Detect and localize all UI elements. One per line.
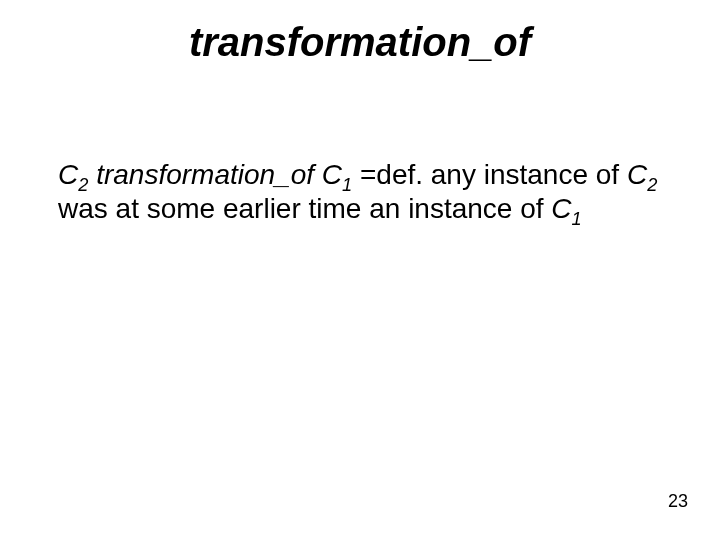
slide-title: transformation_of (0, 20, 720, 65)
text-segment: was at some earlier time an instance of (58, 193, 551, 224)
var-c2: C2 (58, 159, 88, 190)
definition-text: C2 transformation_of C1 =def. any instan… (58, 158, 668, 225)
text-segment: any instance of (423, 159, 627, 190)
eq-def: =def. (352, 159, 423, 190)
var-c2: C2 (627, 159, 657, 190)
var-c1: C1 (322, 159, 352, 190)
page-number: 23 (668, 491, 688, 512)
relation-name: transformation_of (88, 159, 321, 190)
var-c1: C1 (551, 193, 581, 224)
slide: transformation_of C2 transformation_of C… (0, 0, 720, 540)
